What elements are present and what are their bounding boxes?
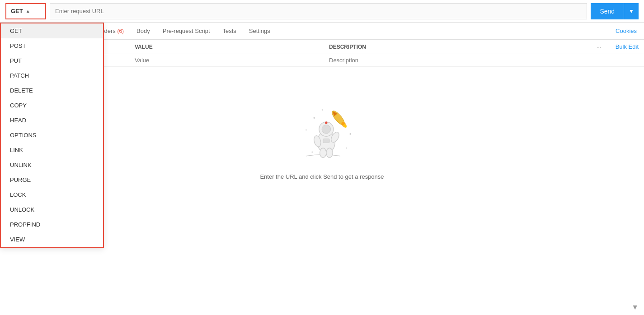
dropdown-item-head[interactable]: HEAD [1, 113, 103, 128]
dropdown-item-get[interactable]: GET [1, 23, 103, 38]
dropdown-item-link[interactable]: LINK [1, 143, 103, 158]
th-more[interactable]: ··· [597, 43, 610, 50]
th-description: DESCRIPTION [324, 44, 597, 50]
svg-rect-16 [323, 139, 329, 143]
method-label: GET [11, 8, 23, 14]
astronaut-illustration [282, 94, 363, 166]
cookies-link[interactable]: Cookies [616, 28, 637, 34]
tab-body[interactable]: Body [130, 24, 156, 39]
dropdown-item-options[interactable]: OPTIONS [1, 128, 103, 143]
astronaut-container: Enter the URL and click Send to get a re… [260, 94, 384, 180]
svg-point-0 [313, 117, 315, 119]
dropdown-item-copy[interactable]: COPY [1, 98, 103, 113]
dropdown-item-unlink[interactable]: UNLINK [1, 158, 103, 172]
tab-tests[interactable]: Tests [216, 24, 243, 39]
th-value: VALUE [129, 44, 324, 50]
svg-point-11 [325, 121, 327, 124]
chevron-up-icon: ▲ [26, 9, 30, 14]
dropdown-item-propfind[interactable]: PROPFIND [1, 217, 103, 232]
send-button-group: Send ▼ [591, 3, 639, 19]
svg-point-10 [322, 125, 331, 134]
url-input[interactable] [50, 3, 587, 19]
method-button[interactable]: GET ▲ [5, 3, 46, 19]
dropdown-item-lock[interactable]: LOCK [1, 187, 103, 202]
dropdown-item-unlock[interactable]: UNLOCK [1, 202, 103, 217]
tab-prerequest[interactable]: Pre-request Script [156, 24, 216, 39]
headers-count: (6) [117, 28, 124, 34]
description-input[interactable] [329, 57, 639, 64]
dropdown-item-post[interactable]: POST [1, 38, 103, 53]
svg-point-2 [321, 109, 323, 111]
td-description [324, 57, 644, 64]
dropdown-item-put[interactable]: PUT [1, 53, 103, 68]
send-arrow-button[interactable]: ▼ [624, 3, 639, 19]
dropdown-item-patch[interactable]: PATCH [1, 68, 103, 83]
svg-point-5 [349, 133, 351, 135]
svg-point-1 [306, 130, 307, 131]
tab-settings[interactable]: Settings [243, 24, 277, 39]
method-dropdown: GET POST PUT PATCH DELETE COPY HEAD OPTI… [0, 23, 104, 248]
value-input[interactable] [135, 57, 318, 64]
response-hint: Enter the URL and click Send to get a re… [260, 173, 384, 180]
svg-point-15 [326, 148, 332, 158]
bulk-edit-button[interactable]: Bulk Edit [610, 43, 644, 50]
dropdown-item-delete[interactable]: DELETE [1, 83, 103, 98]
send-button[interactable]: Send [591, 3, 624, 19]
dropdown-item-purge[interactable]: PURGE [1, 172, 103, 187]
method-selector: GET ▲ [5, 3, 46, 19]
svg-point-6 [311, 152, 313, 153]
svg-point-14 [320, 148, 326, 158]
svg-point-7 [346, 148, 347, 149]
response-dropdown-arrow[interactable]: ▼ [631, 303, 639, 311]
top-bar: GET ▲ Send ▼ [0, 0, 644, 23]
dropdown-item-view[interactable]: VIEW [1, 232, 103, 247]
td-value [129, 57, 324, 64]
